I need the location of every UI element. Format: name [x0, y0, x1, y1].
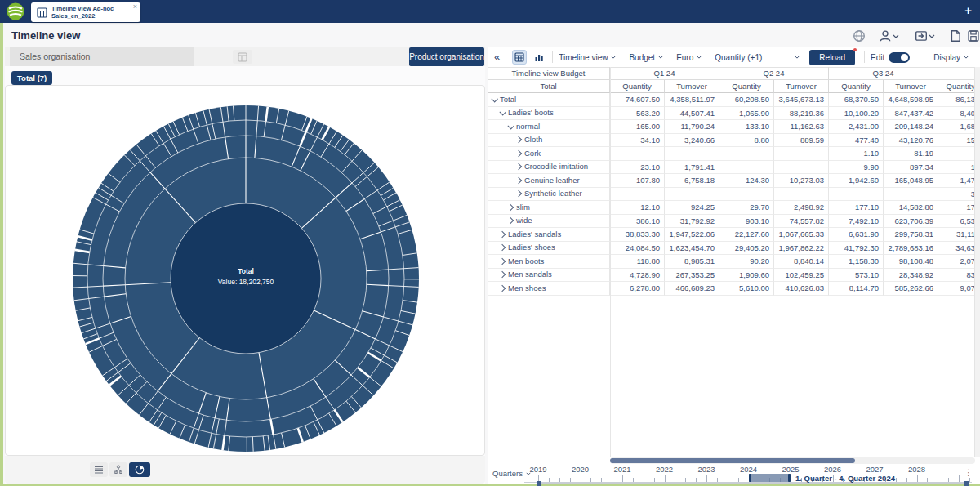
- table-row-label[interactable]: wide: [488, 215, 610, 229]
- table-cell: 267,353.25: [665, 269, 719, 283]
- table-cell: [774, 147, 829, 161]
- total-filter-chip[interactable]: Total (7): [11, 71, 52, 85]
- table-row-label[interactable]: Crocodile imitation: [488, 161, 610, 175]
- new-document-icon[interactable]: [949, 29, 962, 42]
- table-view-button[interactable]: [512, 50, 527, 65]
- reload-button[interactable]: Reload: [809, 50, 855, 65]
- table-row-label[interactable]: Cork: [488, 147, 610, 161]
- chevron-right-icon[interactable]: [515, 190, 522, 197]
- timeline-range-scrollbar[interactable]: [537, 481, 969, 486]
- dropdown-budget[interactable]: Budget: [629, 53, 663, 62]
- display-dropdown[interactable]: Display: [933, 47, 969, 67]
- table-header-quarter: Q1 24: [610, 67, 719, 80]
- table-cell: 299,758.31: [884, 228, 938, 242]
- table-cell: 8.80: [719, 134, 774, 148]
- table-row-label[interactable]: Ladies' sandals: [488, 228, 610, 242]
- save-icon[interactable]: [967, 29, 980, 42]
- chevron-right-icon[interactable]: [499, 285, 506, 292]
- chevron-right-icon[interactable]: [499, 244, 506, 251]
- table-cell: [774, 161, 829, 175]
- table-row-label[interactable]: Cloth: [488, 134, 610, 148]
- table-cell-partial: 1,68: [938, 120, 975, 134]
- vertical-scrollbar[interactable]: [974, 67, 980, 457]
- sunburst-center-label: Total Value: 18,202,750: [180, 267, 311, 286]
- range-left-handle[interactable]: [537, 481, 541, 486]
- hierarchy-view-button[interactable]: [109, 462, 127, 477]
- table-row-label[interactable]: Total: [488, 93, 610, 107]
- chevron-right-icon[interactable]: [515, 136, 522, 143]
- chevron-right-icon[interactable]: [515, 150, 522, 157]
- chevron-down-icon[interactable]: [507, 123, 514, 129]
- table-cell-partial: 3: [938, 188, 975, 202]
- table-cell: 410,626.83: [774, 282, 829, 296]
- chevron-right-icon[interactable]: [499, 231, 506, 238]
- app-header-bar: Timeline view Ad-hoc Sales_en_2022 × +: [0, 0, 980, 23]
- chevron-right-icon[interactable]: [499, 258, 506, 265]
- timeline-menu-icon[interactable]: ⋮: [964, 468, 973, 477]
- chevron-right-icon[interactable]: [507, 204, 514, 211]
- timeline-year-label: 2022: [656, 465, 673, 474]
- table-row-label[interactable]: Genuine leather: [488, 174, 610, 188]
- timeline-granularity-dropdown[interactable]: Quarters: [492, 469, 531, 478]
- chart-view-button[interactable]: [532, 50, 546, 65]
- range-right-handle[interactable]: [964, 481, 969, 486]
- tab-close-icon[interactable]: ×: [133, 3, 137, 11]
- dropdown-measures[interactable]: Quantity (+1): [715, 53, 762, 62]
- table-cell: 12.10: [610, 201, 665, 215]
- timeline-year-label: 2025: [782, 465, 799, 474]
- table-cell: [774, 188, 829, 202]
- bar-chart-icon: [534, 52, 544, 62]
- document-tab[interactable]: Timeline view Ad-hoc Sales_en_2022 ×: [31, 2, 140, 22]
- chevron-right-icon[interactable]: [499, 271, 506, 278]
- button-product-organisation[interactable]: Product organisation: [409, 47, 484, 66]
- table-row-label[interactable]: slim: [488, 201, 610, 215]
- table-cell: 74,557.82: [774, 215, 829, 229]
- table-cell: 924.25: [665, 201, 719, 215]
- chevron-down-icon[interactable]: [499, 109, 506, 115]
- dropdown-timeline-view[interactable]: Timeline view: [559, 53, 616, 62]
- table-cell: [884, 188, 938, 202]
- table-cell: 8,840.14: [774, 255, 829, 269]
- table-row-label[interactable]: Ladies' boots: [488, 107, 610, 121]
- tab-title-line2: Sales_en_2022: [51, 12, 114, 20]
- chevron-right-icon[interactable]: [515, 177, 522, 184]
- table-cell-partial: 15: [938, 134, 975, 148]
- table-cell: 8,114.70: [829, 282, 884, 296]
- table-row-label[interactable]: Men boots: [488, 255, 610, 269]
- table-row-label[interactable]: Ladies' shoes: [488, 242, 610, 256]
- table-row-label[interactable]: Men shoes: [488, 282, 610, 296]
- tab-sales-organisation[interactable]: Sales organisation: [10, 47, 194, 66]
- table-cell: 23.10: [610, 161, 665, 175]
- table-cell: 43,120.76: [884, 134, 938, 148]
- table-row-label[interactable]: Synthetic leather: [488, 188, 610, 202]
- chevron-right-icon[interactable]: [515, 163, 522, 170]
- user-menu-icon[interactable]: [879, 29, 892, 42]
- chevron-down-icon: [611, 55, 616, 60]
- table-cell: 81.19: [884, 147, 938, 161]
- layout-grid-button[interactable]: [233, 50, 252, 64]
- export-menu-icon[interactable]: [915, 29, 928, 42]
- table-row-label[interactable]: normal: [488, 120, 610, 134]
- chevron-down-icon[interactable]: [491, 96, 497, 102]
- horizontal-scrollbar[interactable]: [610, 457, 975, 464]
- dropdown-euro[interactable]: Euro: [676, 53, 702, 62]
- table-cell: 44,507.41: [665, 107, 719, 121]
- sunburst-view-button[interactable]: [129, 462, 150, 477]
- horizontal-scrollbar-thumb[interactable]: [610, 458, 855, 463]
- edit-toggle[interactable]: [889, 52, 910, 63]
- export-menu-chevron-icon[interactable]: [929, 29, 935, 42]
- table-subheader-measure: Turnover: [774, 80, 829, 93]
- new-tab-button[interactable]: +: [964, 3, 972, 17]
- table-cell-partial: 83: [938, 269, 975, 283]
- table-row-label[interactable]: Men sandals: [488, 269, 610, 283]
- table-cell-partial: 2,07: [938, 255, 975, 269]
- table-cell: 903.10: [719, 215, 774, 229]
- globe-icon[interactable]: [853, 29, 866, 42]
- collapse-panel-button[interactable]: «: [494, 53, 500, 61]
- table-cell: 177.10: [829, 201, 884, 215]
- measures-chevron-icon[interactable]: [795, 55, 800, 60]
- chevron-right-icon[interactable]: [507, 217, 514, 224]
- user-menu-chevron-icon[interactable]: [893, 29, 899, 42]
- list-view-button[interactable]: [90, 462, 108, 477]
- table-header-quarter-partial: [938, 67, 975, 80]
